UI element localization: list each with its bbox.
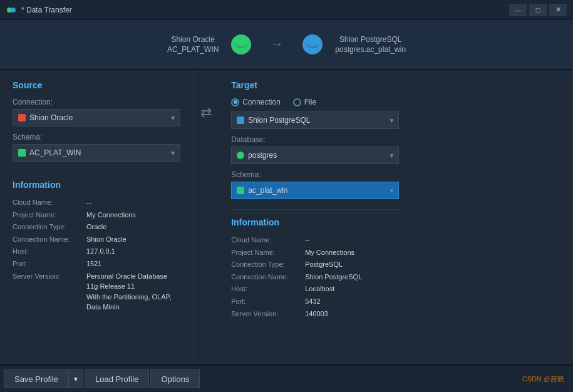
- panels-row: Source Connection: Shion Oracle ▼ Schema…: [0, 70, 411, 364]
- tinfo-row-6: Server Version: 140003: [231, 309, 399, 320]
- tinfo-row-5: Port: 5432: [231, 296, 399, 307]
- info-row-0: Cloud Name: --: [13, 197, 180, 209]
- info-row-6: Server Version: Personal Oracle Database…: [13, 271, 180, 312]
- source-panel: Source Connection: Shion Oracle ▼ Schema…: [0, 70, 194, 364]
- svg-point-3: [235, 39, 247, 46]
- source-connection-label: Connection:: [13, 98, 180, 106]
- window-controls: — □ ✕: [509, 4, 567, 16]
- file-radio-option[interactable]: File: [293, 98, 316, 106]
- source-schema-value: AC_PLAT_WIN: [29, 148, 81, 157]
- save-profile-dropdown-button[interactable]: ▼: [69, 370, 83, 388]
- info-val-4: 127.0.0.1: [86, 246, 115, 257]
- svg-point-5: [306, 39, 319, 46]
- maximize-button[interactable]: □: [529, 4, 547, 16]
- target-db-icon: [302, 34, 323, 54]
- minimize-button[interactable]: —: [509, 4, 527, 16]
- watermark: CSDN 必苗晓: [522, 374, 569, 384]
- app-icon: [6, 5, 16, 15]
- target-schema-arrow: ▼: [388, 187, 395, 194]
- tinfo-row-2: Connection Type: PostgreSQL: [231, 259, 399, 271]
- center-arrows: ⇄: [194, 70, 219, 364]
- tinfo-row-0: Cloud Name: --: [231, 235, 399, 246]
- target-type-radio-group: Connection File: [231, 98, 399, 106]
- info-key-6: Server Version:: [13, 271, 81, 312]
- target-name: Shion PostgreSQL: [339, 35, 401, 44]
- source-connection-select[interactable]: Shion Oracle ▼: [13, 109, 180, 126]
- info-val-5: 1521: [86, 259, 101, 270]
- info-val-1: My Connections: [86, 210, 136, 221]
- source-schema-select[interactable]: AC_PLAT_WIN ▼: [13, 144, 180, 162]
- oracle-dot-icon: [18, 114, 26, 121]
- info-val-6: Personal Oracle Database 11g Release 11W…: [86, 271, 180, 312]
- target-connection-value: Shion PostgreSQL: [248, 116, 310, 125]
- source-schema-arrow: ▼: [170, 150, 176, 157]
- source-connection-value: Shion Oracle: [29, 113, 73, 122]
- file-radio-label: File: [304, 98, 316, 106]
- source-info-title: Information: [13, 180, 180, 190]
- tinfo-key-2: Connection Type:: [231, 259, 300, 271]
- tinfo-val-4: Localhost: [305, 284, 334, 295]
- target-db-arrow: ▼: [388, 152, 395, 159]
- source-title: Source: [13, 80, 180, 90]
- source-connection-header: Shion Oracle AC_PLAT_WIN: [167, 35, 219, 54]
- target-connection-header: Shion PostgreSQL postgres.ac_plat_win: [335, 35, 406, 54]
- window-title: * Data Transfer: [21, 6, 72, 14]
- info-row-1: Project Name: My Connections: [13, 210, 180, 221]
- target-title: Target: [231, 80, 399, 90]
- info-key-0: Cloud Name:: [13, 197, 81, 209]
- save-profile-group: Save Profile ▼: [4, 369, 83, 388]
- target-database-select[interactable]: postgres ▼: [231, 147, 399, 164]
- tinfo-row-3: Connection Name: Shion PostgreSQL: [231, 272, 399, 283]
- tinfo-val-6: 140003: [305, 309, 328, 320]
- info-key-3: Connection Name:: [13, 234, 81, 245]
- tinfo-key-1: Project Name:: [231, 247, 300, 259]
- tinfo-val-2: PostgreSQL: [305, 259, 343, 271]
- pg-dot-icon: [237, 116, 244, 124]
- target-panel: Target Connection File Shion PostgreSQL …: [219, 70, 411, 364]
- info-val-3: Shion Oracle: [86, 234, 126, 245]
- tinfo-key-3: Connection Name:: [231, 272, 300, 283]
- target-schema-dot-icon: [237, 187, 244, 194]
- tinfo-key-5: Port:: [231, 296, 300, 307]
- info-row-3: Connection Name: Shion Oracle: [13, 234, 180, 245]
- target-info-title: Information: [231, 217, 399, 227]
- file-radio-indicator: [293, 98, 301, 106]
- save-profile-button[interactable]: Save Profile: [4, 370, 69, 388]
- close-button[interactable]: ✕: [549, 4, 567, 16]
- tinfo-key-0: Cloud Name:: [231, 235, 300, 246]
- info-key-1: Project Name:: [13, 210, 81, 221]
- connection-radio-option[interactable]: Connection: [231, 98, 281, 106]
- info-val-2: Oracle: [86, 222, 106, 233]
- info-val-0: --: [86, 197, 91, 209]
- options-button[interactable]: Options: [150, 369, 200, 388]
- target-schema-label: Schema:: [231, 170, 399, 179]
- source-schema-label: Schema:: [13, 133, 180, 142]
- tinfo-val-1: My Connections: [305, 247, 354, 259]
- swap-icon[interactable]: ⇄: [200, 105, 212, 121]
- source-info-section: Information Cloud Name: -- Project Name:…: [13, 172, 180, 312]
- target-connection-select[interactable]: Shion PostgreSQL ▼: [231, 111, 399, 129]
- tinfo-val-3: Shion PostgreSQL: [305, 272, 362, 283]
- target-schema-select[interactable]: ac_plat_win ▼: [231, 182, 399, 199]
- db-dot-icon: [237, 152, 244, 159]
- tinfo-row-1: Project Name: My Connections: [231, 247, 399, 259]
- target-info-section: Information Cloud Name: -- Project Name:…: [231, 209, 399, 319]
- info-row-5: Port: 1521: [13, 259, 180, 270]
- tinfo-key-4: Host:: [231, 284, 300, 295]
- info-key-2: Connection Type:: [13, 222, 81, 233]
- load-profile-button[interactable]: Load Profile: [85, 369, 149, 388]
- source-schema-header: AC_PLAT_WIN: [167, 45, 219, 54]
- tinfo-row-4: Host: Localhost: [231, 284, 399, 295]
- connection-radio-indicator: [231, 98, 239, 106]
- title-bar: * Data Transfer — □ ✕: [0, 0, 573, 20]
- info-row-4: Host: 127.0.0.1: [13, 246, 180, 257]
- source-name: Shion Oracle: [171, 35, 214, 44]
- connection-radio-label: Connection: [242, 98, 281, 106]
- source-conn-arrow: ▼: [170, 115, 176, 121]
- info-key-5: Port:: [13, 259, 81, 270]
- source-db-icon: [231, 34, 251, 54]
- target-conn-arrow: ▼: [388, 117, 395, 124]
- header-bar: Shion Oracle AC_PLAT_WIN → Shion Postgre…: [0, 20, 573, 70]
- transfer-arrow: →: [270, 36, 284, 53]
- target-schema-header: postgres.ac_plat_win: [335, 45, 406, 54]
